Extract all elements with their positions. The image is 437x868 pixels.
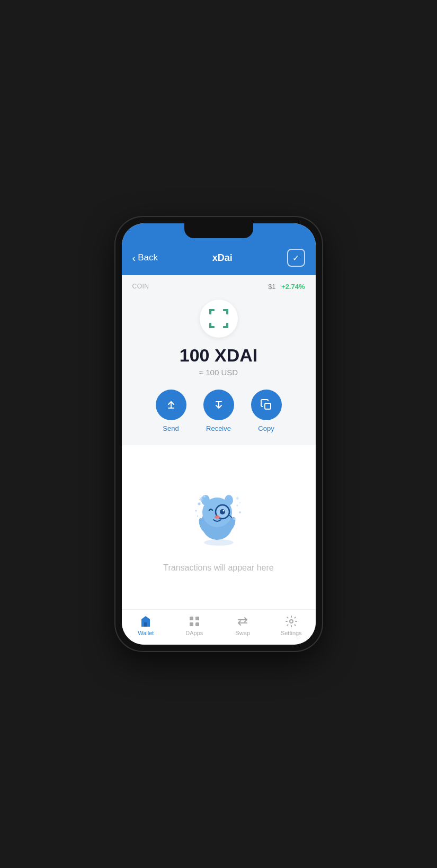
bottom-nav: Wallet DApps Swap [122,609,316,645]
svg-text:✳: ✳ [199,496,204,503]
receive-icon [212,399,225,411]
svg-point-29 [239,511,241,513]
mascot-icon: ✳ ✳ [184,482,253,550]
svg-point-20 [220,509,225,514]
back-label: Back [138,252,158,263]
coin-icon-circle [200,300,238,338]
swap-icon [236,615,249,628]
back-button[interactable]: ‹ Back [132,252,158,263]
coin-price: $1 [268,283,275,291]
action-buttons: Send Receive [132,390,305,432]
coin-section: COIN $1 +2.74% [122,275,316,445]
nav-swap-label: Swap [235,630,250,636]
svg-rect-36 [190,617,193,620]
dapps-icon [188,615,201,628]
balance-usd: ≈ 100 USD [132,368,305,377]
mascot-wrap: ✳ ✳ [184,482,253,553]
nav-wallet-label: Wallet [138,630,154,636]
svg-point-27 [197,516,198,517]
nav-dapps-label: DApps [185,630,203,636]
coin-icon-wrap [132,300,305,338]
svg-point-21 [222,510,224,512]
svg-rect-37 [195,617,199,620]
svg-point-13 [204,539,234,546]
svg-rect-1 [209,309,211,314]
chart-icon: ✓ [292,253,299,263]
copy-label: Copy [258,424,274,432]
svg-rect-7 [226,323,228,328]
send-button[interactable]: Send [156,390,186,432]
phone-frame: ‹ Back xDai ✓ COIN $1 +2.74% [115,217,322,651]
svg-rect-35 [144,622,147,627]
svg-rect-12 [265,403,271,409]
send-label: Send [163,424,179,432]
svg-point-34 [239,502,240,504]
page-title: xDai [212,252,233,264]
svg-rect-5 [209,323,211,328]
phone-screen: ‹ Back xDai ✓ COIN $1 +2.74% [122,223,316,645]
copy-icon-circle [251,390,282,420]
svg-rect-38 [190,622,193,626]
chevron-left-icon: ‹ [132,252,136,263]
chart-button[interactable]: ✓ [287,249,305,267]
receive-button[interactable]: Receive [203,390,234,432]
svg-point-33 [233,518,236,520]
svg-text:✳: ✳ [235,495,239,501]
coin-price-change: +2.74% [281,283,305,291]
send-icon-circle [156,390,186,420]
copy-icon [260,399,273,411]
svg-point-22 [215,516,220,519]
svg-point-26 [195,510,197,512]
balance-amount: 100 XDAI [132,345,305,366]
svg-point-42 [290,620,293,623]
copy-button[interactable]: Copy [251,390,282,432]
svg-rect-3 [226,309,228,314]
receive-icon-circle [203,390,234,420]
nav-settings-label: Settings [281,630,302,636]
nav-item-wallet[interactable]: Wallet [130,615,162,636]
xdai-logo-icon [207,307,230,330]
wallet-icon [139,615,152,628]
svg-rect-39 [195,622,199,626]
coin-label-row: COIN $1 +2.74% [132,282,305,291]
receive-label: Receive [206,424,231,432]
settings-icon [285,615,298,628]
send-icon [165,399,177,411]
svg-point-32 [203,495,206,498]
phone-notch [184,223,253,238]
price-row: $1 +2.74% [268,282,305,291]
svg-point-28 [236,505,238,507]
nav-item-dapps[interactable]: DApps [179,615,210,636]
coin-label: COIN [132,283,149,290]
transactions-section: ✳ ✳ Transactions will appear here [122,445,316,609]
svg-point-17 [225,495,233,505]
nav-item-settings[interactable]: Settings [275,615,307,636]
nav-item-swap[interactable]: Swap [227,615,258,636]
transactions-empty-text: Transactions will appear here [163,563,273,573]
